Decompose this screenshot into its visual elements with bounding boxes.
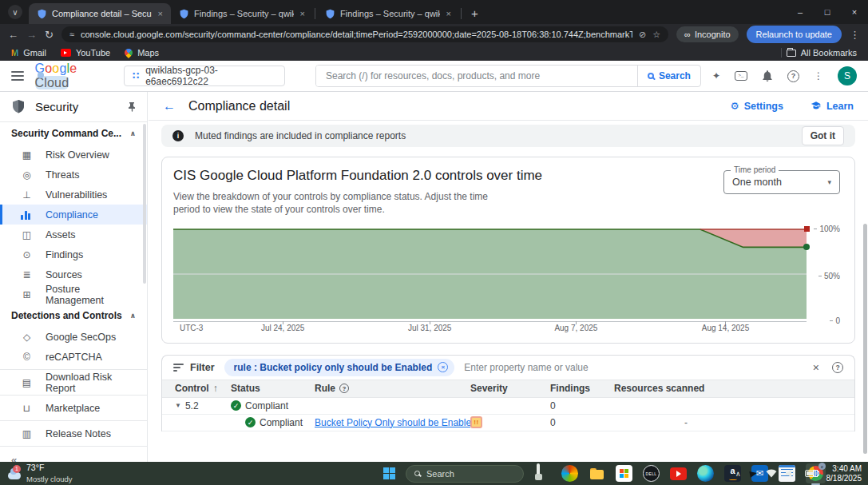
dell-icon[interactable]: DELL: [643, 465, 660, 482]
notifications-bell-icon[interactable]: [762, 70, 773, 82]
bookmark-gmail[interactable]: M Gmail: [11, 48, 46, 58]
column-findings[interactable]: Findings: [550, 383, 614, 394]
sidebar-item-risk-overview[interactable]: ▦Risk Overview: [0, 145, 147, 165]
sidebar-item-assets[interactable]: ◫Assets: [0, 225, 147, 244]
sidebar-item-marketplace[interactable]: ⊔Marketplace: [0, 398, 147, 418]
tab-findings-2[interactable]: Findings – Security – qwiklabs-... ×: [317, 3, 459, 24]
copilot-icon[interactable]: [561, 465, 578, 482]
relaunch-to-update-button[interactable]: Relaunch to update: [747, 26, 842, 43]
task-view-icon[interactable]: [534, 465, 551, 482]
sidebar-item-sources[interactable]: ≣Sources: [0, 264, 147, 284]
sidebar-item-recaptcha[interactable]: ©reCAPTCHA: [0, 347, 147, 367]
taskbar-search[interactable]: Search: [406, 465, 524, 483]
sidebar-item-release-notes[interactable]: ▥Release Notes: [0, 423, 147, 443]
close-tab-icon[interactable]: ×: [299, 9, 307, 18]
sidebar-item-vulnerabilities[interactable]: ⊥Vulnerabilities: [0, 185, 147, 205]
more-options-icon[interactable]: ⋮: [814, 70, 823, 81]
cloud-shell-icon[interactable]: >_: [735, 71, 747, 81]
learn-button[interactable]: Learn: [811, 101, 854, 112]
close-tab-icon[interactable]: ×: [157, 9, 164, 18]
collapse-row-icon[interactable]: ▼: [175, 402, 181, 409]
gemini-sparkle-icon[interactable]: ✦: [712, 70, 720, 81]
rule-help-icon[interactable]: ?: [339, 384, 349, 393]
console-search-button[interactable]: Search: [637, 66, 700, 86]
table-row-control-5-2[interactable]: ▼5.2 ✓Compliant 0: [162, 398, 854, 415]
x-tick-label: Aug 7, 2025: [554, 324, 597, 332]
clear-filters-icon[interactable]: ×: [813, 361, 819, 374]
bookmark-star-icon[interactable]: ☆: [652, 30, 660, 40]
console-search-input[interactable]: [316, 66, 637, 86]
column-severity[interactable]: Severity: [470, 383, 550, 394]
reload-button[interactable]: ↻: [45, 29, 54, 41]
edge-browser-icon[interactable]: [697, 465, 714, 482]
main-scrollbar[interactable]: [863, 224, 867, 454]
column-control[interactable]: Control↑: [175, 383, 231, 394]
back-arrow-icon[interactable]: ←: [163, 99, 176, 113]
sidebar-item-compliance[interactable]: Compliance: [0, 205, 147, 225]
taskbar-clock[interactable]: 3:40 AM8/18/2025: [826, 464, 862, 483]
address-bar[interactable]: ≈ console.cloud.google.com/security/comm…: [61, 26, 668, 42]
tab-search-button[interactable]: ∨: [8, 5, 22, 19]
sources-icon: ≣: [21, 269, 33, 280]
sidebar-item-findings[interactable]: ⊙Findings: [0, 244, 147, 264]
back-button[interactable]: ←: [8, 29, 18, 41]
filter-chip-rule[interactable]: rule : Bucket policy only should be Enab…: [224, 359, 455, 376]
rule-link[interactable]: Bucket Policy Only should be Enabled: [315, 417, 470, 428]
browser-menu-icon[interactable]: ⋮: [850, 29, 860, 41]
microsoft-store-icon[interactable]: [616, 465, 632, 482]
x-axis-labels: UTC-3 Jul 24, 2025 Jul 31, 2025 Aug 7, 2…: [173, 324, 807, 336]
url-text[interactable]: console.cloud.google.com/security/comman…: [81, 30, 632, 39]
collapse-sidebar-icon[interactable]: «: [0, 449, 147, 462]
sidebar-item-download-risk-report[interactable]: ▤Download Risk Report: [0, 372, 147, 392]
tab-compliance-detail[interactable]: Compliance detail – Security – c... ×: [29, 3, 171, 24]
site-info-icon[interactable]: ≈: [69, 30, 74, 39]
search-button-label: Search: [659, 70, 691, 81]
hidden-icons-chevron[interactable]: ∧: [735, 470, 741, 478]
column-status[interactable]: Status: [231, 383, 315, 394]
time-period-select[interactable]: Time period One month ▾: [723, 170, 840, 194]
compliance-area-chart[interactable]: 100% 50% 0: [173, 228, 807, 322]
column-rule[interactable]: Rule?: [315, 383, 470, 394]
remove-chip-icon[interactable]: ×: [438, 362, 448, 372]
help-icon[interactable]: ?: [787, 70, 799, 82]
close-tab-icon[interactable]: ×: [445, 9, 453, 18]
forward-button[interactable]: →: [26, 29, 37, 41]
search-icon: [648, 73, 654, 79]
windows-start-icon[interactable]: [383, 467, 395, 479]
sidebar-scrollbar[interactable]: [143, 124, 146, 284]
filter-help-icon[interactable]: ?: [832, 362, 843, 373]
minimize-button[interactable]: –: [787, 7, 814, 17]
bookmark-youtube[interactable]: YouTube: [61, 48, 110, 58]
maximize-button[interactable]: □: [814, 7, 841, 17]
pin-icon[interactable]: [127, 101, 136, 112]
got-it-button[interactable]: Got it: [802, 126, 844, 145]
item-label: Posture Management: [46, 284, 139, 306]
settings-button[interactable]: ⚙ Settings: [730, 100, 783, 112]
filter-button[interactable]: Filter: [173, 362, 215, 373]
tab-findings-1[interactable]: Findings – Security – qwiklabs-... ×: [171, 3, 313, 24]
google-cloud-logo[interactable]: Google Cloud: [35, 62, 113, 90]
sidebar-item-google-secops[interactable]: ◇Google SecOps: [0, 327, 147, 347]
sidebar-section-scc[interactable]: Security Command Ce... ∧: [0, 122, 147, 145]
sidebar-item-threats[interactable]: ◎Threats: [0, 165, 147, 185]
all-bookmarks-button[interactable]: All Bookmarks: [781, 48, 857, 58]
project-picker[interactable]: ∷ qwiklabs-gcp-03-e6aec6912c22: [124, 66, 285, 86]
table-row-rule-bucket-policy[interactable]: ✓Compliant Bucket Policy Only should be …: [162, 415, 854, 431]
eye-off-icon[interactable]: ⊘: [639, 30, 646, 40]
paper-plane-icon[interactable]: [749, 470, 757, 478]
sidebar-item-posture-management[interactable]: ⊞Posture Management: [0, 284, 147, 304]
column-resources-scanned[interactable]: Resources scanned: [614, 383, 854, 394]
navigation-menu-icon[interactable]: [11, 71, 24, 81]
file-explorer-icon[interactable]: [589, 465, 605, 482]
wifi-icon[interactable]: [766, 469, 777, 478]
speaker-icon[interactable]: [786, 469, 796, 478]
sidebar-section-detections[interactable]: Detections and Controls ∧: [0, 304, 147, 327]
battery-icon[interactable]: [805, 470, 818, 477]
bookmark-maps[interactable]: Maps: [125, 48, 159, 58]
youtube-app-icon[interactable]: [670, 465, 687, 482]
account-avatar[interactable]: S: [838, 66, 857, 85]
close-window-button[interactable]: ×: [841, 7, 868, 17]
weather-widget[interactable]: 1 73°FMostly cloudy: [0, 463, 81, 485]
new-tab-button[interactable]: +: [471, 6, 478, 20]
filter-input[interactable]: [464, 362, 803, 373]
